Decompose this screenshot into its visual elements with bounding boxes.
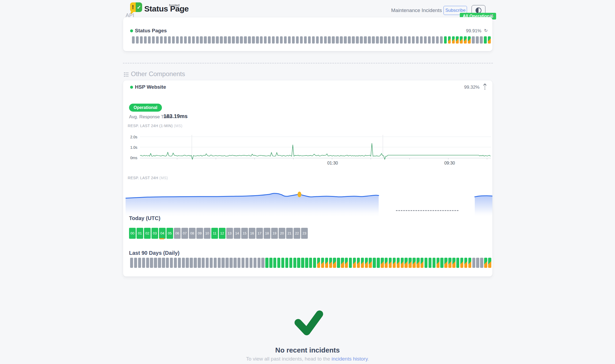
uptime-bar-empty[interactable] [292, 36, 295, 44]
uptime-bar-up[interactable] [285, 258, 288, 268]
uptime-bar-empty[interactable] [214, 258, 217, 268]
uptime-bar-empty[interactable] [196, 36, 199, 44]
uptime-bar-empty[interactable] [208, 36, 211, 44]
uptime-bar-empty[interactable] [132, 36, 135, 44]
uptime-bar-empty[interactable] [242, 258, 244, 268]
uptime-bar-empty[interactable] [412, 36, 415, 44]
uptime-bar-empty[interactable] [192, 36, 195, 44]
uptime-bar-empty[interactable] [134, 258, 137, 268]
uptime-bar-degraded[interactable] [448, 258, 451, 268]
uptime-bar-degraded[interactable] [345, 258, 348, 268]
uptime-bar-degraded[interactable] [321, 258, 324, 268]
uptime-bar-empty[interactable] [261, 258, 264, 268]
uptime-bar-empty[interactable] [178, 258, 181, 268]
uptime-bar-empty[interactable] [198, 258, 201, 268]
uptime-bar-degraded[interactable] [408, 258, 411, 268]
uptime-bar-degraded[interactable] [325, 258, 328, 268]
hour-block-05[interactable]: 05 [166, 228, 173, 239]
uptime-bar-degraded[interactable] [456, 36, 458, 44]
uptime-bar-empty[interactable] [156, 36, 159, 44]
hour-block-01[interactable]: 01 [137, 228, 143, 239]
incidents-history-link[interactable]: incidents history [332, 356, 368, 362]
uptime-bar-empty[interactable] [384, 36, 387, 44]
uptime-bar-empty[interactable] [140, 36, 143, 44]
uptime-bar-up[interactable] [373, 258, 376, 268]
uptime-bar-empty[interactable] [336, 36, 338, 44]
uptime-bar-up[interactable] [440, 258, 443, 268]
hour-block-04[interactable]: 04 [159, 228, 166, 239]
uptime-bar-empty[interactable] [229, 258, 232, 268]
uptime-bar-up[interactable] [313, 258, 316, 268]
uptime-bar-empty[interactable] [328, 36, 330, 44]
uptime-bar-empty[interactable] [164, 36, 167, 44]
uptime-bar-empty[interactable] [480, 258, 483, 268]
uptime-bar-empty[interactable] [236, 36, 239, 44]
uptime-bar-empty[interactable] [224, 36, 227, 44]
hour-block-09[interactable]: 09 [196, 228, 203, 239]
uptime-bar-empty[interactable] [218, 258, 221, 268]
uptime-bar-up[interactable] [277, 258, 280, 268]
hour-block-22[interactable]: 22 [294, 228, 300, 239]
uptime-bar-empty[interactable] [260, 36, 263, 44]
uptime-bar-degraded[interactable] [381, 258, 384, 268]
uptime-bar-up[interactable] [265, 258, 268, 268]
uptime-bar-up[interactable] [305, 258, 308, 268]
uptime-bar-empty[interactable] [150, 258, 153, 268]
uptime-bar-up[interactable] [273, 258, 276, 268]
uptime-bar-degraded[interactable] [488, 258, 491, 268]
uptime-bar-degraded[interactable] [444, 258, 447, 268]
uptime-bar-up[interactable] [456, 258, 459, 268]
uptime-bar-degraded[interactable] [369, 258, 372, 268]
hour-block-11[interactable]: 11 [211, 228, 218, 239]
uptime-bar-empty[interactable] [332, 36, 334, 44]
uptime-bar-degraded[interactable] [393, 258, 396, 268]
uptime-bar-empty[interactable] [352, 36, 355, 44]
hour-block-18[interactable]: 18 [264, 228, 270, 239]
uptime-bar-degraded[interactable] [357, 258, 360, 268]
hour-block-07[interactable]: 07 [181, 228, 188, 239]
uptime-bar-empty[interactable] [404, 36, 407, 44]
uptime-bar-degraded[interactable] [437, 258, 439, 268]
refresh-icon[interactable]: ↻ [484, 28, 488, 33]
uptime-bar-degraded[interactable] [448, 36, 451, 44]
uptime-bar-empty[interactable] [424, 36, 427, 44]
uptime-bar-degraded[interactable] [404, 258, 407, 268]
uptime-bar-empty[interactable] [432, 36, 435, 44]
uptime-bar-empty[interactable] [210, 258, 213, 268]
uptime-bar-up[interactable] [484, 36, 486, 44]
uptime-bar-empty[interactable] [202, 258, 205, 268]
hour-block-06[interactable]: 06 [174, 228, 181, 239]
uptime-bar-empty[interactable] [144, 36, 147, 44]
uptime-bar-up[interactable] [425, 258, 427, 268]
uptime-bar-degraded[interactable] [412, 258, 415, 268]
uptime-bar-up[interactable] [289, 258, 292, 268]
hour-block-00[interactable]: 00 [129, 228, 136, 239]
hour-block-21[interactable]: 21 [286, 228, 293, 239]
uptime-bar-empty[interactable] [220, 36, 223, 44]
uptime-bar-empty[interactable] [476, 258, 479, 268]
uptime-bar-empty[interactable] [154, 258, 157, 268]
uptime-bar-empty[interactable] [440, 36, 443, 44]
uptime-bar-degraded[interactable] [468, 36, 470, 44]
uptime-bar-empty[interactable] [180, 36, 183, 44]
uptime-bar-empty[interactable] [420, 36, 423, 44]
uptime-bar-up[interactable] [301, 258, 304, 268]
uptime-bar-empty[interactable] [188, 36, 191, 44]
uptime-bar-up[interactable] [281, 258, 284, 268]
hour-block-08[interactable]: 08 [189, 228, 196, 239]
uptime-bar-empty[interactable] [356, 36, 359, 44]
uptime-bar-empty[interactable] [472, 36, 474, 44]
uptime-bar-empty[interactable] [216, 36, 219, 44]
uptime-bar-empty[interactable] [340, 36, 342, 44]
uptime-bar-empty[interactable] [136, 36, 139, 44]
uptime-bar-empty[interactable] [408, 36, 411, 44]
uptime-bar-empty[interactable] [254, 258, 256, 268]
hour-block-13[interactable]: 13 [226, 228, 233, 239]
uptime-bar-up[interactable] [269, 258, 272, 268]
uptime-bar-empty[interactable] [190, 258, 193, 268]
uptime-bar-degraded[interactable] [353, 258, 356, 268]
uptime-bar-degraded[interactable] [385, 258, 388, 268]
uptime-bar-empty[interactable] [376, 36, 379, 44]
uptime-bar-empty[interactable] [184, 36, 187, 44]
uptime-bar-degraded[interactable] [361, 258, 364, 268]
